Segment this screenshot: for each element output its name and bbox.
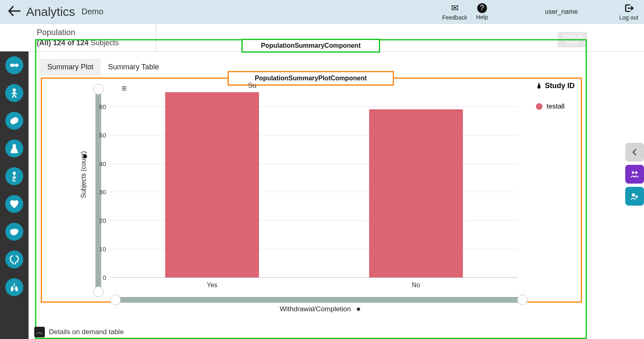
- sidebar-item-liver[interactable]: [5, 223, 23, 241]
- bar[interactable]: [165, 92, 259, 277]
- svg-rect-1: [15, 64, 18, 67]
- svg-point-6: [7, 26, 10, 29]
- svg-rect-0: [10, 64, 15, 67]
- sidebar-item-adverse-events[interactable]: [5, 84, 23, 102]
- sidebar-item-dosing[interactable]: [5, 56, 23, 74]
- x-axis-line: [110, 277, 518, 278]
- y-axis-settings-icon[interactable]: ✸: [82, 153, 88, 160]
- legend-item-label: testall: [547, 102, 564, 111]
- help-icon: ?: [477, 3, 487, 13]
- dod-label: Details on demand table: [49, 328, 124, 336]
- x-range-handle-left[interactable]: [110, 295, 121, 305]
- top-bar: Analytics Demo ✉ Feedback ? Help user_na…: [0, 0, 644, 24]
- sidebar-item-renal[interactable]: [5, 250, 23, 268]
- chart-title-fragment: Su: [248, 82, 257, 90]
- y-tick-label: 30: [90, 188, 106, 195]
- envelope-icon: ✉: [451, 3, 458, 13]
- population-header: Population (All) 124 of 124 Subjects: [37, 27, 119, 48]
- tab-summary-plot[interactable]: Summary Plot: [40, 59, 101, 75]
- back-arrow-icon[interactable]: [8, 4, 20, 20]
- x-axis-label: Withdrawal/Completion ✸: [280, 305, 361, 313]
- svg-point-9: [635, 171, 637, 174]
- user-name: user_name: [545, 8, 578, 16]
- sidebar-item-cardiac[interactable]: [5, 195, 23, 213]
- sidebar-item-population[interactable]: [0, 24, 12, 38]
- x-tick-label: No: [412, 281, 420, 289]
- y-tick-label: 0: [90, 274, 106, 281]
- sidebar-item-respiratory[interactable]: [5, 278, 23, 296]
- y-tick-label: 10: [90, 246, 106, 253]
- sidebar-item-labs[interactable]: [5, 140, 23, 157]
- x-axis-settings-icon[interactable]: ✸: [356, 306, 361, 312]
- plot-area: 0102030405060: [110, 92, 518, 277]
- legend-swatch: [536, 103, 542, 110]
- app-title: Analytics: [26, 5, 75, 19]
- svg-point-4: [13, 172, 16, 175]
- y-range-handle-bottom[interactable]: [93, 286, 104, 297]
- legend-item[interactable]: testall: [536, 102, 575, 111]
- chart: ≡ Su 🌢Study ID testall Subjects (count) …: [66, 80, 575, 308]
- y-range-handle-top[interactable]: [93, 84, 104, 95]
- population-title: Population: [37, 27, 119, 38]
- overlay-outer-label: PopulationSummaryComponent: [241, 39, 380, 53]
- x-tick-label: Yes: [207, 281, 217, 289]
- tab-summary-table[interactable]: Summary Table: [101, 59, 166, 75]
- help-label: Help: [476, 14, 488, 20]
- right-collapse-button[interactable]: [625, 143, 644, 162]
- logout-button[interactable]: Log out: [619, 3, 638, 21]
- details-on-demand: ︿ Details on demand table: [34, 327, 124, 337]
- x-range-slider[interactable]: [115, 297, 523, 303]
- context-label: Demo: [82, 7, 103, 16]
- svg-point-7: [4, 29, 8, 32]
- population-subtitle: (All) 124 of 124 Subjects: [37, 38, 119, 48]
- main-area: Summary Plot Summary Table PopulationSum…: [29, 51, 644, 339]
- svg-rect-3: [9, 116, 19, 125]
- x-range-handle-right[interactable]: [517, 295, 528, 305]
- feedback-button[interactable]: ✉ Feedback: [442, 3, 467, 21]
- divider: [156, 24, 156, 51]
- svg-point-10: [632, 193, 635, 197]
- svg-point-8: [632, 171, 634, 174]
- right-subjects-button[interactable]: [625, 187, 644, 206]
- y-tick-label: 20: [90, 217, 106, 224]
- expand-dod-icon[interactable]: ︿: [34, 327, 45, 337]
- y-tick-label: 60: [90, 103, 106, 110]
- droplet-icon: 🌢: [536, 82, 542, 89]
- right-panel: [625, 143, 644, 206]
- y-tick-label: 40: [90, 160, 106, 167]
- logout-icon: [624, 3, 634, 13]
- sidebar: [0, 51, 29, 339]
- svg-point-5: [2, 26, 6, 29]
- sidebar-item-vitals[interactable]: [5, 167, 23, 185]
- y-tick-label: 50: [90, 131, 106, 138]
- logout-label: Log out: [619, 14, 638, 21]
- chart-legend: 🌢Study ID testall: [536, 82, 575, 111]
- help-button[interactable]: ? Help: [476, 3, 488, 20]
- show-all-filters-button[interactable]: Show all filters: [558, 32, 587, 47]
- sidebar-item-conmeds[interactable]: [5, 112, 23, 130]
- legend-title: Study ID: [545, 82, 575, 90]
- right-cohort-button[interactable]: [625, 165, 644, 184]
- tabs: Summary Plot Summary Table: [40, 59, 166, 75]
- bar[interactable]: [369, 109, 463, 277]
- svg-point-11: [635, 195, 638, 198]
- feedback-label: Feedback: [442, 14, 467, 21]
